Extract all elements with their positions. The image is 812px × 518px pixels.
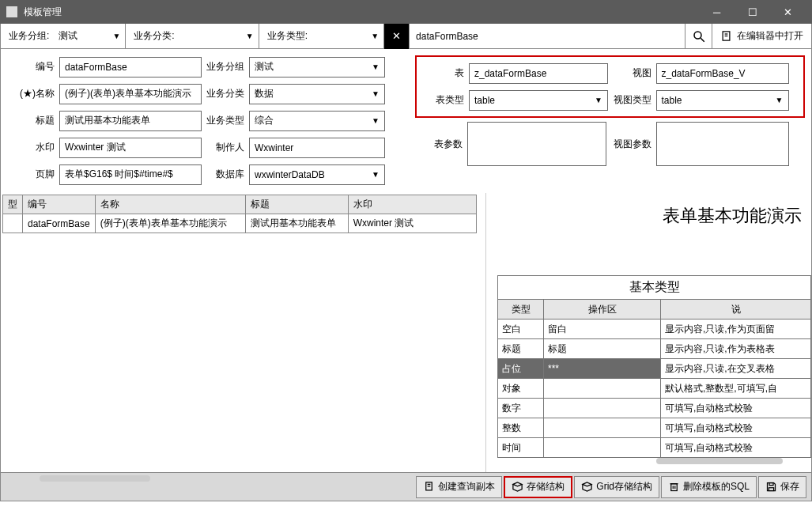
chevron-down-icon: ▼ [112,32,120,40]
tabletype-combo[interactable]: table▼ [469,90,608,111]
col-title: 标题 [245,195,348,214]
app-icon [6,6,17,17]
toolbar-type-label: 业务类型: [259,29,312,43]
template-list-table[interactable]: 型 编号 名称 标题 水印 dataFormBase (例子)(表单)表单基本功… [2,195,477,233]
viewparams-field[interactable] [656,122,789,166]
chevron-down-icon: ▼ [246,32,254,40]
toolbar-group-label: 业务分组: [1,29,54,43]
group-combo[interactable]: 测试▼ [249,57,385,78]
toolbar-group-combo[interactable]: 测试▼ [54,24,125,49]
type-label: 业务类型 [206,114,244,127]
table-label: 表 [420,66,464,80]
tabletype-label: 表类型 [420,93,464,107]
maker-field[interactable] [249,138,385,158]
view-field[interactable] [656,63,789,84]
id-label: 编号 [4,60,55,74]
delete-sql-button[interactable]: 删除模板的SQL [661,476,757,498]
tableparams-field[interactable] [467,122,606,166]
preview-table: 基本类型 类型 操作区 说 空白留白显示内容,只读,作为页面留标题标题显示内容,… [497,275,811,458]
type-combo[interactable]: 综合▼ [249,111,385,131]
chevron-down-icon: ▼ [371,32,379,40]
search-input[interactable] [410,24,685,49]
svg-point-0 [694,32,701,39]
col-id: 编号 [23,195,96,214]
window-title: 模板管理 [24,6,699,19]
svg-rect-13 [769,483,773,486]
id-field[interactable] [59,57,202,78]
name-label: (★)名称 [4,87,55,100]
maker-label: 制作人 [206,141,244,154]
toolbar-class-label: 业务分类: [126,29,179,43]
db-label: 数据库 [206,168,244,181]
open-in-editor-link[interactable]: 在编辑器中打开 [712,24,811,49]
col-type: 型 [3,195,23,214]
clear-icon[interactable]: ✕ [384,24,410,49]
preview-row: 空白留白显示内容,只读,作为页面留 [498,319,811,339]
preview-title: 表单基本功能演示 [486,193,811,228]
watermark-field[interactable] [59,138,202,158]
viewtype-label: 视图类型 [612,93,651,107]
tableparams-label: 表参数 [418,138,463,151]
name-field[interactable] [59,84,202,104]
preview-row: 时间可填写,自动格式校验 [498,438,811,458]
viewtype-combo[interactable]: table▼ [656,90,789,111]
col-watermark: 水印 [348,195,476,214]
preview-row: 数字可填写,自动格式校验 [498,399,811,418]
preview-row: 占位***显示内容,只读,在交叉表格 [498,359,811,379]
watermark-label: 水印 [4,141,55,154]
table-field[interactable] [469,63,608,84]
svg-line-1 [701,38,704,42]
preview-caption: 基本类型 [497,275,811,299]
class-label: 业务分类 [206,87,244,100]
grid-storage-structure-button[interactable]: Grid存储结构 [574,476,659,498]
svg-rect-8 [671,484,678,491]
preview-row: 标题标题显示内容,只读,作为表格表 [498,339,811,359]
preview-row: 对象默认格式,整数型,可填写,自 [498,379,811,399]
toolbar-type-combo[interactable]: ▼ [312,24,383,49]
view-label: 视图 [612,66,651,80]
footer-label: 页脚 [4,168,55,181]
maximize-button[interactable]: ☐ [735,0,770,24]
footer-field[interactable] [59,164,202,185]
scrollbar-h-preview[interactable] [656,458,783,464]
svg-rect-12 [769,488,773,491]
db-combo[interactable]: wxwinterDataDB▼ [249,164,385,185]
storage-structure-button[interactable]: 存储结构 [504,476,572,498]
table-row[interactable]: dataFormBase (例子)(表单)表单基本功能演示 测试用基本功能表单 … [3,214,477,233]
col-name: 名称 [95,195,245,214]
group-label: 业务分组 [206,60,244,74]
viewparams-label: 视图参数 [612,138,651,151]
search-button[interactable] [685,24,712,49]
toolbar-class-combo[interactable]: ▼ [179,24,259,49]
minimize-button[interactable]: ─ [699,0,735,24]
save-button[interactable]: 保存 [758,476,806,498]
title-field[interactable] [59,111,202,131]
class-combo[interactable]: 数据▼ [249,84,385,104]
title-label: 标题 [4,114,55,127]
create-query-copy-button[interactable]: 创建查询副本 [416,476,502,498]
preview-row: 整数可填写,自动格式校验 [498,418,811,438]
close-button[interactable]: ✕ [770,0,806,24]
